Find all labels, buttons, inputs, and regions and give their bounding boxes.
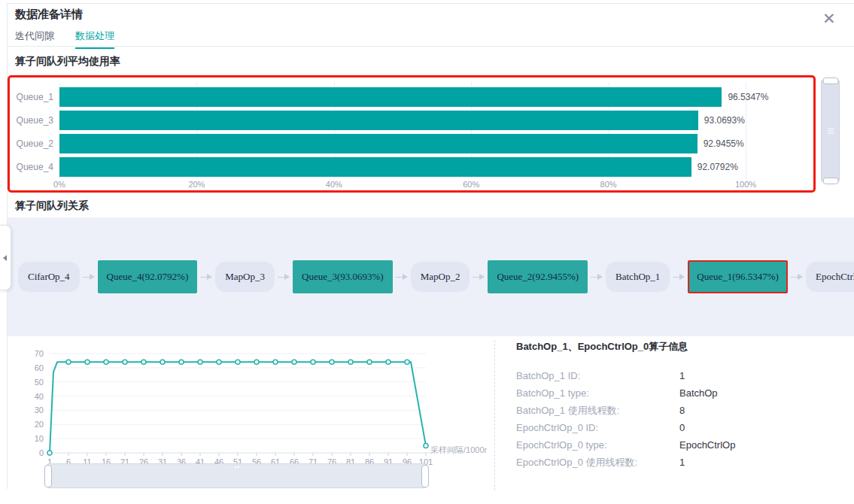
bar-row-queue-2: Queue_292.9455% — [16, 132, 746, 155]
flow-arrow — [200, 274, 212, 280]
info-label: EpochCtrlOp_0 ID: — [516, 422, 679, 433]
bar-fill[interactable] — [59, 134, 697, 153]
bar-value-label: 96.5347% — [728, 92, 768, 102]
info-row: BatchOp_1 ID:1 — [516, 367, 847, 384]
svg-text:60: 60 — [35, 363, 44, 372]
info-row: BatchOp_1 使用线程数:8 — [516, 402, 847, 419]
bar-value-label: 93.0693% — [704, 115, 745, 126]
flow-arrow — [396, 274, 408, 280]
tab-data-processing[interactable]: 数据处理 — [75, 29, 114, 49]
datazoom-handle-bottom[interactable] — [822, 178, 838, 184]
info-label: BatchOp_1 使用线程数: — [516, 404, 679, 417]
page-title: 数据准备详情 — [15, 8, 83, 22]
flow-node-queue-1-96-5347[interactable]: Queue_1(96.5347%) — [688, 260, 788, 293]
arrow-head-icon — [798, 274, 803, 280]
arrow-head-icon — [403, 274, 408, 280]
flow-node-cifarop-4[interactable]: CifarOp_4 — [18, 262, 80, 292]
bar-track: 92.9455% — [59, 134, 746, 153]
flow-arrow — [791, 274, 803, 280]
bar-track: 92.0792% — [59, 157, 746, 177]
x-tick-label: 100% — [735, 180, 756, 189]
datazoom-handle-left[interactable] — [44, 465, 52, 487]
datazoom-handle-right[interactable] — [421, 465, 429, 487]
arrow-head-icon — [479, 274, 485, 280]
info-row: EpochCtrlOp_0 使用线程数:1 — [516, 454, 847, 471]
info-row: EpochCtrlOp_0 type:EpochCtrlOp — [516, 436, 847, 454]
flow-node-queue-4-92-0792[interactable]: Queue_4(92.0792%) — [98, 260, 198, 293]
info-value: 8 — [679, 405, 685, 416]
chevron-left-icon — [3, 255, 7, 261]
bar-fill[interactable] — [59, 87, 722, 107]
info-label: BatchOp_1 type: — [516, 387, 679, 399]
collapse-panel-handle[interactable] — [0, 225, 11, 290]
datazoom-grip — [828, 127, 834, 135]
bar-category-label: Queue_4 — [16, 162, 53, 172]
info-value: 0 — [679, 422, 685, 433]
horizontal-datazoom-slider[interactable] — [47, 463, 427, 488]
section-divider — [494, 340, 495, 490]
arrow-head-icon — [597, 274, 603, 280]
x-tick-label: 20% — [188, 180, 205, 189]
operator-info-panel: BatchOp_1、EpochCtrlOp_0算子信息 BatchOp_1 ID… — [516, 340, 847, 471]
bar-value-label: 92.0792% — [697, 162, 738, 172]
bar-value-label: 92.9455% — [704, 138, 744, 149]
bar-track: 93.0693% — [59, 111, 746, 130]
flow-node-batchop-1[interactable]: BatchOp_1 — [606, 262, 670, 292]
bar-row-queue-3: Queue_393.0693% — [16, 108, 746, 132]
svg-text:50: 50 — [35, 378, 44, 387]
tab-bar: 迭代间隙 数据处理 — [8, 27, 854, 47]
flow-node-mapop-2[interactable]: MapOp_2 — [411, 262, 470, 292]
info-value: 1 — [679, 370, 685, 381]
operator-info-rows: BatchOp_1 ID:1BatchOp_1 type:BatchOpBatc… — [516, 367, 847, 471]
datazoom-handle-top[interactable] — [822, 77, 838, 84]
flow-arrow — [591, 274, 603, 280]
tab-iteration-gap[interactable]: 迭代间隙 — [15, 29, 54, 47]
close-icon[interactable]: ✕ — [822, 11, 836, 26]
info-row: BatchOp_1 type:BatchOp — [516, 384, 847, 402]
flow-arrow — [83, 274, 95, 280]
arrow-head-icon — [90, 274, 95, 280]
vertical-datazoom-slider[interactable] — [821, 80, 840, 182]
bar-fill[interactable] — [59, 157, 691, 177]
flow-node-queue-3-93-0693[interactable]: Queue_3(93.0693%) — [293, 260, 393, 293]
queue-size-line-chart: 0102030405060701611162126313641465156616… — [21, 345, 473, 469]
datazoom-grip — [234, 466, 240, 468]
flow-node-mapop-3[interactable]: MapOp_3 — [215, 262, 275, 292]
bar-category-label: Queue_1 — [16, 92, 53, 102]
bar-fill[interactable] — [59, 111, 698, 130]
line-chart-x-axis-label: 采样间隔/1000r — [430, 445, 487, 456]
info-value: BatchOp — [679, 387, 718, 399]
queue-usage-bar-chart: Queue_196.5347%Queue_393.0693%Queue_292.… — [8, 75, 816, 193]
flow-arrow — [473, 274, 485, 280]
bar-chart-x-axis: 0%20%40%60%80%100% — [59, 180, 746, 190]
flow-arrow — [278, 274, 290, 280]
queue-usage-section-title: 算子间队列平均使用率 — [15, 55, 120, 68]
data-prep-detail-panel: 数据准备详情 ✕ 迭代间隙 数据处理 算子间队列平均使用率 Queue_196.… — [0, 0, 854, 504]
info-label: EpochCtrlOp_0 使用线程数: — [516, 456, 679, 469]
info-label: BatchOp_1 ID: — [516, 370, 679, 381]
flow-arrow — [673, 274, 685, 280]
operator-flow: CifarOp_4Queue_4(92.0792%)MapOp_3Queue_3… — [8, 217, 854, 336]
queue-relation-diagram: CifarOp_4Queue_4(92.0792%)MapOp_3Queue_3… — [8, 217, 854, 336]
bar-row-queue-4: Queue_492.0792% — [16, 155, 746, 178]
x-tick-label: 40% — [326, 180, 342, 189]
panel-edge-top — [7, 3, 854, 4]
arrow-head-icon — [679, 274, 685, 280]
svg-text:30: 30 — [35, 405, 44, 414]
info-label: EpochCtrlOp_0 type: — [516, 439, 679, 451]
x-tick-label: 0% — [53, 180, 65, 189]
info-value: 1 — [679, 457, 685, 468]
bar-track: 96.5347% — [59, 87, 746, 107]
flow-node-queue-2-92-9455[interactable]: Queue_2(92.9455%) — [488, 260, 588, 293]
x-tick-label: 60% — [463, 180, 479, 189]
svg-text:20: 20 — [35, 420, 44, 429]
bar-category-label: Queue_2 — [16, 138, 53, 149]
flow-node-epochctrlop-0[interactable]: EpochCtrlOp_0 — [806, 262, 854, 292]
svg-text:40: 40 — [35, 392, 44, 401]
operator-info-title: BatchOp_1、EpochCtrlOp_0算子信息 — [516, 340, 847, 354]
queue-relation-section-title: 算子间队列关系 — [15, 199, 89, 213]
bar-row-queue-1: Queue_196.5347% — [16, 85, 746, 108]
svg-text:0: 0 — [39, 448, 44, 457]
x-tick-label: 80% — [600, 180, 617, 189]
arrow-head-icon — [207, 274, 212, 280]
